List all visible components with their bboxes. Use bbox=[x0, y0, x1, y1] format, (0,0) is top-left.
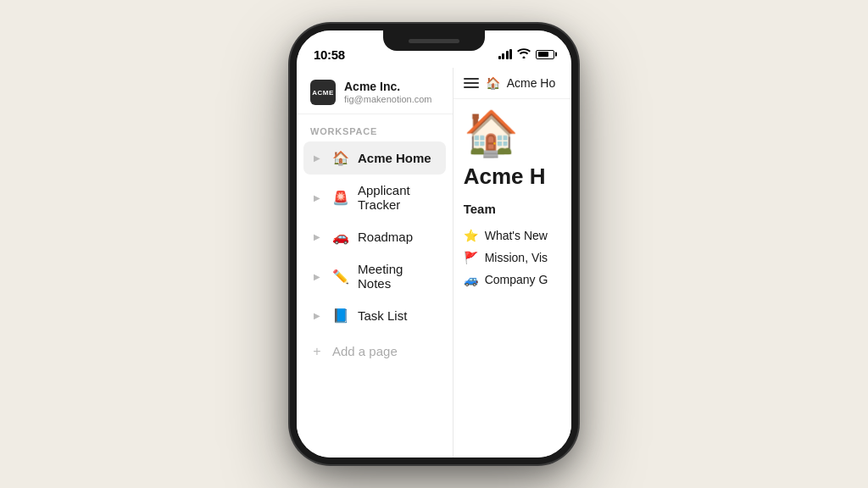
phone-container: 10:58 bbox=[171, 24, 697, 464]
nav-emoji-home: 🏠 bbox=[332, 150, 349, 166]
add-page-button[interactable]: + Add a page bbox=[297, 336, 453, 367]
nav-label-tracker: Applicant Tracker bbox=[358, 183, 439, 212]
acme-logo: ACME bbox=[310, 80, 336, 105]
content-header-title: Acme Ho bbox=[507, 76, 556, 90]
nav-label-notes: Meeting Notes bbox=[358, 262, 439, 291]
item-emoji-company: 🚙 bbox=[464, 273, 478, 286]
sidebar-item-task-list[interactable]: ▶ 📘 Task List bbox=[297, 299, 453, 332]
page-title: Acme H bbox=[464, 164, 561, 190]
add-page-label: Add a page bbox=[332, 344, 398, 358]
content-header: 🏠 Acme Ho bbox=[453, 68, 571, 99]
workspace-email: fig@makenotion.com bbox=[344, 94, 432, 105]
nav-emoji-roadmap: 🚗 bbox=[332, 229, 349, 245]
status-icons bbox=[498, 48, 555, 61]
section-label-team: Team bbox=[464, 202, 561, 216]
item-text-company: Company G bbox=[485, 273, 548, 286]
list-item[interactable]: 🚙 Company G bbox=[464, 269, 561, 291]
add-icon: + bbox=[310, 345, 324, 358]
hamburger-line bbox=[464, 78, 479, 80]
list-item[interactable]: ⭐ What's New bbox=[464, 225, 561, 247]
list-item[interactable]: 🚩 Mission, Vis bbox=[464, 247, 561, 269]
sidebar-item-meeting-notes[interactable]: ▶ ✏️ Meeting Notes bbox=[297, 253, 453, 299]
nav-label-roadmap: Roadmap bbox=[358, 230, 413, 244]
item-emoji-mission: 🚩 bbox=[464, 251, 478, 264]
hamburger-line bbox=[464, 86, 479, 88]
item-text-whats-new: What's New bbox=[485, 229, 548, 242]
chevron-icon: ▶ bbox=[310, 309, 324, 323]
signal-icon bbox=[498, 49, 513, 59]
sidebar-item-roadmap[interactable]: ▶ 🚗 Roadmap bbox=[297, 220, 453, 253]
chevron-icon: ▶ bbox=[310, 152, 324, 165]
item-text-mission: Mission, Vis bbox=[485, 251, 548, 264]
chevron-icon: ▶ bbox=[310, 230, 324, 244]
battery-icon bbox=[536, 50, 554, 59]
sidebar-item-applicant-tracker[interactable]: ▶ 🚨 Applicant Tracker bbox=[297, 175, 453, 220]
workspace-header: ACME Acme Inc. fig@makenotion.com bbox=[297, 68, 453, 114]
header-page-emoji: 🏠 bbox=[486, 76, 500, 90]
phone-frame: 10:58 bbox=[290, 24, 578, 464]
screen-content: ACME Acme Inc. fig@makenotion.com WORKSP… bbox=[297, 68, 571, 458]
phone-screen: 10:58 bbox=[297, 30, 571, 458]
hamburger-menu-button[interactable] bbox=[464, 78, 479, 88]
workspace-info: Acme Inc. fig@makenotion.com bbox=[344, 80, 432, 105]
acme-logo-text: ACME bbox=[312, 89, 334, 97]
nav-emoji-tracker: 🚨 bbox=[332, 190, 349, 206]
phone-notch bbox=[383, 30, 485, 51]
wifi-icon bbox=[517, 48, 531, 61]
workspace-name: Acme Inc. bbox=[344, 80, 432, 94]
nav-emoji-tasks: 📘 bbox=[332, 308, 349, 324]
sidebar-item-acme-home[interactable]: ▶ 🏠 Acme Home bbox=[303, 141, 446, 175]
main-content: 🏠 Acme Ho 🏠 Acme H Team ⭐ What's New 🚩 bbox=[453, 68, 571, 458]
chevron-icon: ▶ bbox=[310, 269, 324, 283]
item-emoji-whats-new: ⭐ bbox=[464, 229, 478, 242]
nav-emoji-notes: ✏️ bbox=[332, 269, 349, 285]
sidebar: ACME Acme Inc. fig@makenotion.com WORKSP… bbox=[297, 68, 453, 458]
nav-label-tasks: Task List bbox=[358, 308, 407, 323]
chevron-icon: ▶ bbox=[310, 191, 324, 204]
content-body: 🏠 Acme H Team ⭐ What's New 🚩 Mission, Vi… bbox=[453, 99, 571, 302]
phone-speaker bbox=[409, 39, 459, 43]
nav-label-home: Acme Home bbox=[358, 151, 431, 165]
hamburger-line bbox=[464, 82, 479, 84]
workspace-section-label: WORKSPACE bbox=[297, 114, 453, 141]
status-time: 10:58 bbox=[314, 47, 345, 62]
page-hero-emoji: 🏠 bbox=[464, 111, 561, 155]
